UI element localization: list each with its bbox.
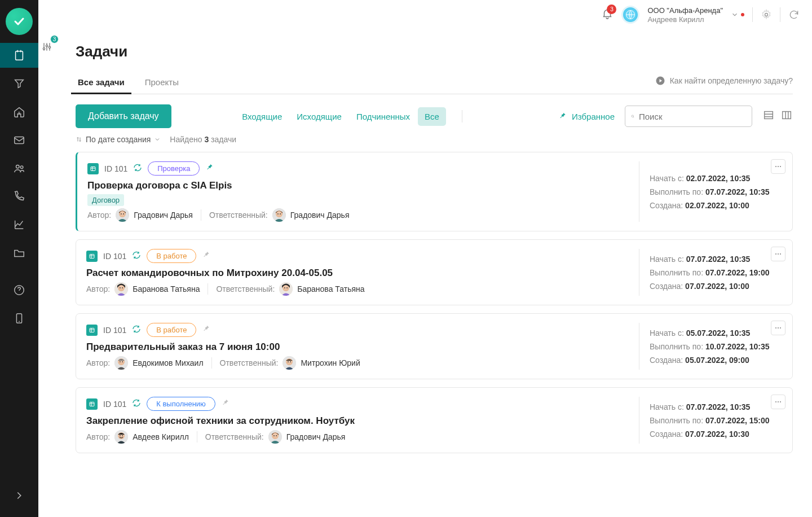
svg-rect-37 [91, 167, 95, 170]
svg-point-50 [775, 401, 776, 402]
nav-phone[interactable] [0, 184, 38, 209]
pin-icon [558, 112, 567, 121]
responsible-name: Баранова Татьяна [297, 284, 364, 293]
user-block: ООО "Альфа-Аренда" Андреев Кирилл [647, 6, 723, 24]
responsible-avatar [268, 430, 282, 444]
tabs: Все задачи Проекты Как найти определенну… [76, 73, 793, 94]
divider [752, 7, 753, 22]
refresh-button[interactable] [788, 9, 800, 20]
filter-outgoing[interactable]: Исходящие [290, 107, 348, 126]
created-date: 05.07.2022, 09:00 [685, 356, 749, 365]
search-input[interactable] [639, 112, 746, 121]
filter-all[interactable]: Все [418, 107, 446, 126]
responsible-name: Градович Дарья [290, 211, 350, 220]
svg-point-23 [16, 165, 20, 169]
add-task-button[interactable]: Добавить задачу [76, 104, 171, 128]
svg-point-51 [778, 401, 779, 402]
pin-button[interactable] [202, 325, 211, 336]
avatar[interactable] [621, 6, 639, 24]
svg-rect-35 [765, 112, 773, 119]
tab-projects[interactable]: Проекты [143, 73, 181, 94]
page-title: Задачи [76, 43, 793, 60]
svg-point-40 [780, 166, 781, 167]
sort-label: По дате создания [86, 135, 151, 144]
adjust-icon[interactable]: 3 [38, 38, 55, 55]
notifications-button[interactable]: 3 [601, 7, 614, 22]
repeat-icon [133, 163, 142, 174]
svg-point-28 [46, 45, 47, 47]
help-link[interactable]: Как найти определенную задачу? [655, 76, 793, 91]
tab-all[interactable]: Все задачи [76, 73, 127, 94]
notification-count: 3 [607, 5, 616, 14]
task-card[interactable]: ID 101 В работе Предварительный заказ на… [76, 313, 793, 379]
task-dates: Начать с: 05.07.2022, 10:35 Выполнить по… [639, 323, 782, 370]
pin-button[interactable] [202, 251, 211, 262]
responsible-label: Ответственный: [220, 358, 279, 367]
nav-tasks[interactable] [0, 43, 38, 68]
svg-point-39 [778, 166, 779, 167]
task-menu-button[interactable] [771, 395, 785, 409]
nav-expand[interactable] [0, 483, 38, 508]
nav-folder[interactable] [0, 240, 38, 265]
view-toggles [762, 109, 793, 124]
task-menu-button[interactable] [771, 159, 785, 174]
nav-help[interactable] [0, 278, 38, 303]
pin-button[interactable] [221, 398, 230, 410]
svg-point-42 [775, 253, 776, 255]
task-card[interactable]: ID 101 Проверка Проверка договора c SIA … [76, 152, 793, 231]
main-content: Задачи Все задачи Проекты Как найти опре… [56, 43, 812, 517]
sort-icon [76, 136, 82, 143]
author-avatar [116, 208, 129, 222]
responsible-name: Митрохин Юрий [301, 358, 360, 367]
filter-incoming[interactable]: Входящие [235, 107, 289, 126]
filter-favourites-label: Избранное [572, 112, 615, 121]
nav-mail[interactable] [0, 128, 38, 152]
view-list-button[interactable] [762, 109, 775, 124]
search-input-wrap[interactable] [625, 106, 752, 127]
alert-dot-icon [741, 13, 744, 16]
nav-analytics[interactable] [0, 212, 38, 237]
view-board-button[interactable] [780, 109, 793, 124]
start-date: 07.07.2022, 10:35 [686, 402, 751, 411]
start-date: 05.07.2022, 10:35 [686, 328, 751, 338]
user-menu-toggle[interactable] [731, 11, 744, 19]
sort-button[interactable]: По дате создания [76, 135, 161, 144]
task-title: Закрепление офисной техники за сотрудник… [86, 415, 355, 427]
due-date: 07.07.2022, 10:35 [705, 187, 770, 196]
filter-subordinates[interactable]: Подчиненных [350, 107, 417, 126]
filter-scope: Входящие Исходящие Подчиненных Все [235, 107, 446, 126]
task-tag: Договор [87, 194, 124, 206]
start-date: 02.07.2022, 10:35 [686, 174, 751, 183]
svg-point-48 [780, 327, 781, 328]
created-date: 02.07.2022, 10:00 [685, 201, 749, 210]
task-id-icon [87, 163, 99, 174]
search-icon [631, 111, 634, 121]
responsible-label: Ответственный: [205, 432, 264, 441]
settings-button[interactable] [761, 9, 772, 20]
status-badge: В работе [147, 249, 196, 263]
nav-people[interactable] [0, 156, 38, 181]
chevron-down-icon [154, 136, 161, 143]
company-name: ООО "Альфа-Аренда" [647, 6, 723, 15]
svg-rect-41 [90, 254, 94, 258]
nav-rail: $ [0, 0, 38, 517]
nav-home[interactable]: $ [0, 99, 38, 124]
svg-point-43 [778, 253, 779, 255]
responsible-avatar [279, 282, 293, 296]
svg-text:$: $ [18, 111, 20, 116]
pin-button[interactable] [205, 163, 214, 174]
filter-favourites[interactable]: Избранное [478, 111, 615, 121]
task-card[interactable]: ID 101 В работе Расчет командировочных п… [76, 239, 793, 305]
author-name: Баранова Татьяна [133, 284, 200, 293]
status-badge: В работе [147, 323, 196, 337]
task-card[interactable]: ID 101 К выполнению Закрепление офисной … [76, 387, 793, 453]
task-id: ID 101 [103, 252, 126, 261]
nav-funnel[interactable] [0, 71, 38, 96]
task-id-icon [86, 398, 98, 410]
task-menu-button[interactable] [771, 247, 785, 261]
task-menu-button[interactable] [771, 321, 785, 335]
author-label: Автор: [87, 211, 111, 220]
svg-point-27 [43, 48, 45, 50]
author-name: Градович Дарья [134, 211, 193, 220]
nav-mobile[interactable] [0, 306, 38, 331]
